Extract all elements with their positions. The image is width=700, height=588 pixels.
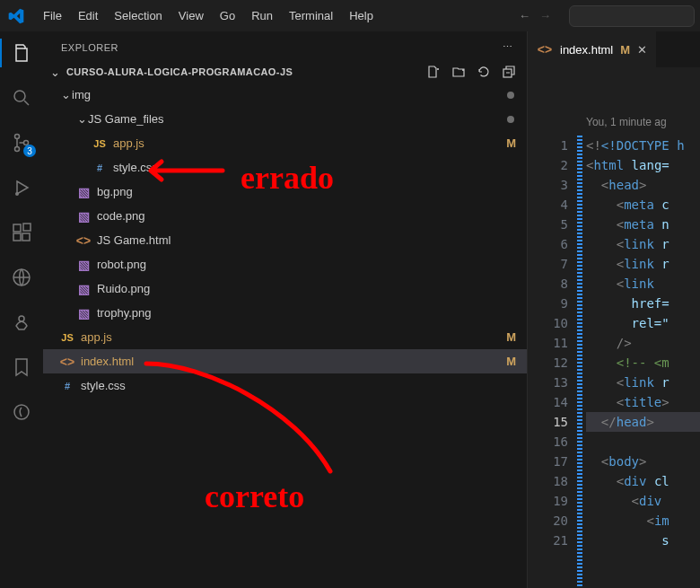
menu-terminal[interactable]: Terminal <box>282 5 340 26</box>
menu-bar: File Edit Selection View Go Run Terminal… <box>0 0 700 31</box>
chevron-down-icon: ⌄ <box>59 88 72 101</box>
git-modified-indicator: M <box>506 136 516 150</box>
activity-explorer-icon[interactable] <box>9 40 34 66</box>
svg-rect-5 <box>13 224 21 232</box>
project-header[interactable]: ⌄ CURSO-ALURA-LOGICA-PROGRAMACAO-JS <box>43 63 527 83</box>
menu-selection[interactable]: Selection <box>107 5 169 26</box>
menu-file[interactable]: File <box>36 5 69 26</box>
file-tree: ⌄img ⌄JS Game_files JSapp.jsM #style.css… <box>43 83 527 588</box>
git-gutter <box>577 136 582 588</box>
new-folder-icon[interactable] <box>451 65 466 79</box>
close-icon[interactable]: ✕ <box>637 43 647 57</box>
editor-group: <> index.html M ✕ 1234567891011121314151… <box>528 31 700 588</box>
file-app-js-nested[interactable]: JSapp.jsM <box>43 131 527 155</box>
git-modified-indicator: M <box>620 43 630 57</box>
image-file-icon: ▧ <box>75 281 92 297</box>
svg-point-2 <box>15 147 20 152</box>
activity-remote-icon[interactable] <box>9 265 34 290</box>
git-dirty-indicator <box>507 92 514 99</box>
css-file-icon: # <box>92 160 108 176</box>
git-modified-indicator: M <box>506 355 516 368</box>
html-file-icon: <> <box>59 354 75 370</box>
svg-rect-7 <box>22 233 30 241</box>
new-file-icon[interactable] <box>426 65 441 79</box>
vscode-logo-icon <box>5 5 27 27</box>
folder-img[interactable]: ⌄img <box>43 83 527 107</box>
file-index-html[interactable]: <>index.htmlM <box>43 349 527 373</box>
editor-tabs: <> index.html M ✕ <box>528 31 700 67</box>
nav-forward-icon[interactable]: → <box>539 9 551 22</box>
code-area[interactable]: You, 1 minute ag<!<!DOCTYPE h <html lang… <box>586 67 700 588</box>
file-trophy-png[interactable]: ▧trophy.png <box>43 301 527 325</box>
file-style-css-nested[interactable]: #style.css <box>43 155 527 180</box>
image-file-icon: ▧ <box>75 184 92 200</box>
file-style-css-root[interactable]: #style.css <box>43 373 527 398</box>
refresh-icon[interactable] <box>477 65 491 79</box>
image-file-icon: ▧ <box>75 208 92 224</box>
file-bg-png[interactable]: ▧bg.png <box>43 180 527 204</box>
file-robot-png[interactable]: ▧robot.png <box>43 252 527 276</box>
js-file-icon: JS <box>59 329 75 346</box>
image-file-icon: ▧ <box>75 305 92 321</box>
js-file-icon: JS <box>92 136 108 152</box>
svg-point-11 <box>14 405 29 419</box>
scm-badge: 3 <box>23 145 36 157</box>
menu-go[interactable]: Go <box>213 5 242 26</box>
svg-point-1 <box>15 135 20 139</box>
html-file-icon: <> <box>75 233 92 249</box>
git-dirty-indicator <box>507 116 514 123</box>
activity-scm-icon[interactable]: 3 <box>9 130 34 155</box>
codelens-author: You, 1 minute ag <box>586 67 700 136</box>
activity-bookmark-icon[interactable] <box>9 355 34 380</box>
explorer-title: EXPLORER <box>61 42 118 53</box>
git-modified-indicator: M <box>506 330 516 344</box>
svg-rect-8 <box>23 224 31 231</box>
editor-body[interactable]: 123456789101112131415161718192021 You, 1… <box>528 67 700 588</box>
explorer-more-icon[interactable]: ⋯ <box>503 41 513 53</box>
svg-point-4 <box>15 192 19 196</box>
line-numbers: 123456789101112131415161718192021 <box>528 67 577 588</box>
file-js-game-html[interactable]: <>JS Game.html <box>43 228 527 252</box>
activity-debug-icon[interactable] <box>9 175 34 200</box>
css-file-icon: # <box>59 378 75 394</box>
activity-extensions-icon[interactable] <box>9 220 34 245</box>
tab-label: index.html <box>560 43 613 57</box>
menu-view[interactable]: View <box>171 5 211 26</box>
chevron-down-icon: ⌄ <box>48 66 61 79</box>
file-code-png[interactable]: ▧code.png <box>43 204 527 228</box>
svg-point-0 <box>14 91 25 101</box>
menu-run[interactable]: Run <box>244 5 280 26</box>
collapse-all-icon[interactable] <box>502 65 516 79</box>
html-file-icon: <> <box>537 41 553 57</box>
nav-back-icon[interactable]: ← <box>519 9 530 22</box>
image-file-icon: ▧ <box>75 257 92 273</box>
activity-bar: 3 <box>0 31 43 588</box>
explorer-panel: EXPLORER ⋯ ⌄ CURSO-ALURA-LOGICA-PROGRAMA… <box>43 31 528 588</box>
activity-gitlens-icon[interactable] <box>9 399 34 425</box>
command-center-input[interactable] <box>569 5 695 27</box>
svg-point-10 <box>19 316 24 321</box>
project-name: CURSO-ALURA-LOGICA-PROGRAMACAO-JS <box>66 66 293 77</box>
menu-edit[interactable]: Edit <box>71 5 105 26</box>
folder-js-game-files[interactable]: ⌄JS Game_files <box>43 107 527 131</box>
tab-index-html[interactable]: <> index.html M ✕ <box>528 31 657 67</box>
svg-rect-6 <box>13 233 21 241</box>
activity-search-icon[interactable] <box>9 85 34 110</box>
chevron-down-icon: ⌄ <box>75 112 88 126</box>
menu-help[interactable]: Help <box>342 5 381 26</box>
file-ruido-png[interactable]: ▧Ruido.png <box>43 276 527 301</box>
activity-liveshare-icon[interactable] <box>9 310 34 335</box>
file-app-js-root[interactable]: JSapp.jsM <box>43 325 527 349</box>
